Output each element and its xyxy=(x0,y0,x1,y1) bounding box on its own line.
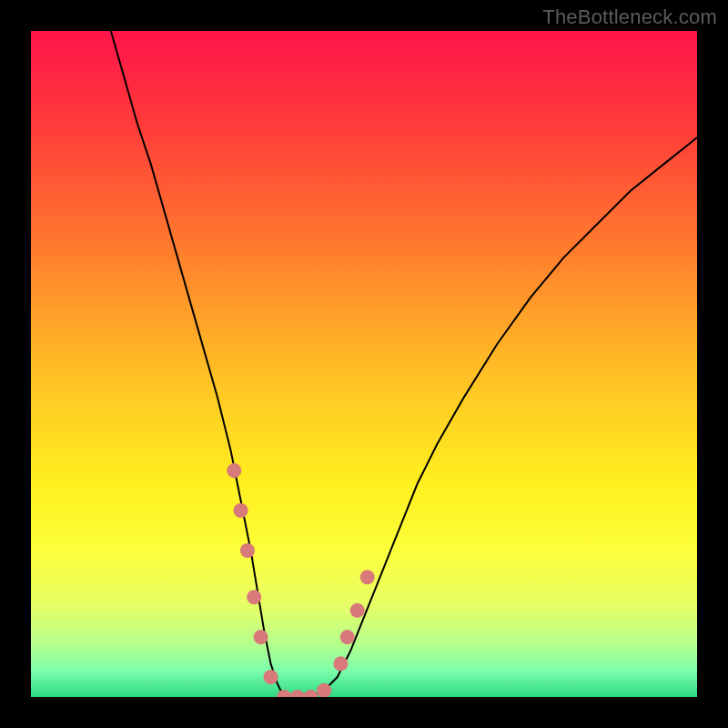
highlight-dots xyxy=(227,463,375,697)
highlight-dot xyxy=(263,670,278,684)
highlight-dot xyxy=(240,543,255,558)
highlight-dot xyxy=(303,690,318,697)
highlight-dot xyxy=(277,690,291,697)
highlight-dot xyxy=(350,603,365,618)
highlight-dot xyxy=(340,630,355,644)
highlight-dot xyxy=(227,463,241,478)
highlight-dot xyxy=(333,656,348,671)
plot-area xyxy=(31,31,697,697)
highlight-dot xyxy=(290,690,305,697)
curve-layer xyxy=(31,31,697,697)
highlight-dot xyxy=(253,630,268,644)
watermark-label: TheBottleneck.com xyxy=(542,5,717,29)
chart-frame: TheBottleneck.com xyxy=(0,0,728,728)
bottleneck-curve xyxy=(111,31,697,697)
highlight-dot xyxy=(360,570,375,584)
highlight-dot xyxy=(234,503,248,518)
highlight-dot xyxy=(247,590,261,604)
highlight-dot xyxy=(317,683,331,697)
